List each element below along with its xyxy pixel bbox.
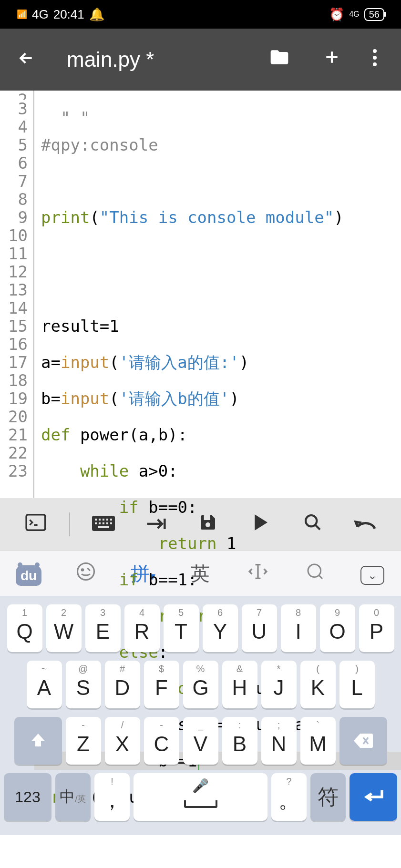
key-f[interactable]: $F bbox=[144, 661, 179, 708]
alarm-icon: ⏰ bbox=[329, 7, 344, 22]
key-n[interactable]: ;N bbox=[261, 717, 297, 765]
key-s[interactable]: @S bbox=[66, 661, 101, 708]
code-line-14: return 1 bbox=[41, 534, 401, 552]
kb-row-4: 123 中/英 ! ， 🎤 ? 。 符 bbox=[4, 773, 397, 821]
status-left: 📶 4G 20:41 🔔 bbox=[17, 7, 104, 22]
code-line-7 bbox=[41, 281, 401, 299]
svg-point-1 bbox=[373, 56, 377, 60]
key-i[interactable]: 8I bbox=[281, 604, 316, 652]
key-o[interactable]: 9O bbox=[320, 604, 355, 652]
key-l[interactable]: )L bbox=[339, 661, 375, 708]
code-line-3: #qpy:console bbox=[41, 135, 158, 154]
key-x[interactable]: /X bbox=[105, 717, 140, 765]
key-b[interactable]: :B bbox=[222, 717, 257, 765]
status-time: 20:41 bbox=[53, 7, 84, 22]
lang-key[interactable]: 中/英 bbox=[55, 773, 91, 821]
period-key[interactable]: ? 。 bbox=[271, 773, 307, 821]
key-a[interactable]: ~A bbox=[27, 661, 62, 708]
code-line-5: print("This is console module") bbox=[41, 208, 401, 226]
key-g[interactable]: %G bbox=[183, 661, 218, 708]
add-button[interactable] bbox=[306, 48, 358, 71]
more-button[interactable] bbox=[358, 49, 391, 71]
line-gutter: 2 345678910 11121314151617 181920212223 bbox=[0, 91, 34, 498]
file-title: main.py * bbox=[43, 48, 253, 71]
code-line-10: b=input('请输入b的值') bbox=[41, 389, 401, 408]
code-line-4 bbox=[41, 172, 401, 190]
enter-key[interactable] bbox=[350, 773, 397, 821]
code-line-2: " " bbox=[41, 109, 90, 118]
key-u[interactable]: 7U bbox=[242, 604, 277, 652]
key-e[interactable]: 3E bbox=[85, 604, 121, 652]
folder-button[interactable] bbox=[253, 47, 306, 72]
signal-icon: 📶 bbox=[17, 10, 27, 19]
status-bar: 📶 4G 20:41 🔔 ⏰ 4G 56 bbox=[0, 0, 401, 29]
code-line-6 bbox=[41, 245, 401, 263]
key-j[interactable]: *J bbox=[261, 661, 297, 708]
battery-indicator: 56 bbox=[364, 8, 384, 21]
code-line-8: result=1 bbox=[41, 317, 401, 335]
key-t[interactable]: 5T bbox=[164, 604, 199, 652]
key-r[interactable]: 4R bbox=[124, 604, 160, 652]
svg-point-2 bbox=[373, 62, 377, 66]
key-q[interactable]: 1Q bbox=[7, 604, 42, 652]
key-y[interactable]: 6Y bbox=[203, 604, 238, 652]
key-w[interactable]: 2W bbox=[46, 604, 82, 652]
code-line-9: a=input('请输入a的值:') bbox=[41, 353, 401, 371]
code-line-11: def power(a,b): bbox=[41, 426, 401, 444]
key-v[interactable]: _V bbox=[183, 717, 218, 765]
code-line-15: if b==1: bbox=[41, 571, 401, 589]
code-line-22 bbox=[41, 824, 401, 842]
data-icon: 4G bbox=[349, 10, 359, 18]
key-c[interactable]: -C bbox=[144, 717, 179, 765]
back-button[interactable] bbox=[10, 47, 43, 73]
network-type: 4G bbox=[32, 7, 49, 22]
key-h[interactable]: &H bbox=[222, 661, 257, 708]
key-p[interactable]: 0P bbox=[359, 604, 394, 652]
notification-icon: 🔔 bbox=[89, 7, 104, 22]
backspace-key[interactable] bbox=[339, 717, 387, 765]
key-z[interactable]: -Z bbox=[66, 717, 101, 765]
key-m[interactable]: `M bbox=[300, 717, 336, 765]
code-line-12: while a>0: bbox=[41, 462, 401, 480]
code-editor[interactable]: 2 345678910 11121314151617 181920212223 … bbox=[0, 91, 401, 498]
code-content[interactable]: " " #qpy:console print("This is console … bbox=[34, 91, 401, 498]
space-key[interactable]: 🎤 bbox=[134, 773, 267, 821]
comma-key[interactable]: ! ， bbox=[94, 773, 130, 821]
mic-icon: 🎤 bbox=[192, 778, 209, 794]
symbol-key[interactable]: 符 bbox=[310, 773, 346, 821]
key-d[interactable]: #D bbox=[105, 661, 140, 708]
shift-key[interactable] bbox=[14, 717, 62, 765]
app-bar: main.py * bbox=[0, 29, 401, 91]
code-line-23 bbox=[41, 860, 401, 868]
code-line-13: if b==0: bbox=[41, 498, 401, 516]
status-right: ⏰ 4G 56 bbox=[329, 7, 384, 22]
svg-point-0 bbox=[373, 49, 377, 53]
key-k[interactable]: (K bbox=[300, 661, 336, 708]
num-key[interactable]: 123 bbox=[4, 773, 51, 821]
